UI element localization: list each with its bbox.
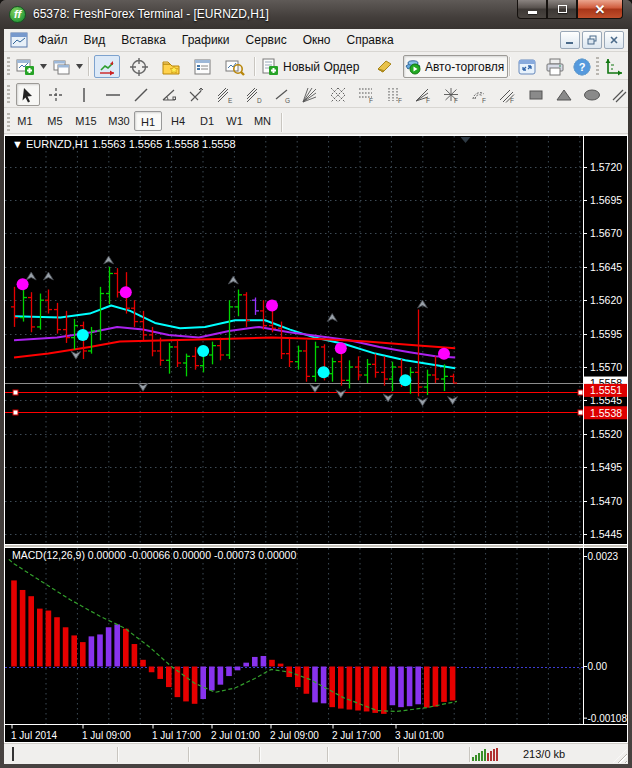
ellipse-tool[interactable] [580,83,604,106]
timeframe-h1[interactable]: H1 [134,111,162,131]
trendline-tool[interactable] [129,83,153,106]
menu-1[interactable]: Файл [30,29,76,52]
svg-text:1 Jul 2014: 1 Jul 2014 [11,730,58,741]
svg-text:MACD(12,26,9) 0.00000 -0.00066: MACD(12,26,9) 0.00000 -0.00066 0.00000 -… [12,549,296,561]
autotrade-button-label: Авто-торговля [422,60,507,74]
fibo-fan-tool[interactable]: F [411,83,435,106]
cursor-tool[interactable] [16,83,40,106]
toolbar-grip[interactable] [596,57,599,75]
fibo-grid-tool[interactable] [326,83,350,106]
menu-3[interactable]: Вставка [113,29,174,52]
app-icon: ff [9,6,26,23]
timeframe-m1[interactable]: M1 [12,111,38,131]
svg-text:3 Jul 01:00: 3 Jul 01:00 [395,730,444,741]
triangle-tool[interactable] [552,83,576,106]
fibo-arcs-tool[interactable]: F [467,83,491,106]
status-separator [259,747,261,762]
fibo-lines-v-tool[interactable]: F [383,83,407,106]
status-separator [188,747,190,762]
svg-text:D: D [257,97,262,104]
title-bar[interactable]: ff 65378: FreshForex Terminal - [EURNZD,… [0,0,632,29]
minimize-button[interactable] [517,0,547,19]
new-order-button[interactable]: Новый Ордер [260,55,362,78]
profiles-button-dropdown[interactable] [74,55,84,78]
timeframe-toolbar: M1M5M15M30H1H4D1W1MN [4,109,628,134]
gann-fan-tool[interactable] [298,83,322,106]
timeframe-m15[interactable]: M15 [70,111,102,131]
fibo-lines-h-tool[interactable]: F [354,83,378,106]
svg-text:F: F [454,97,458,104]
menu-bar: ФайлВидВставкаГрафикиСервисОкноСправка [4,29,628,52]
toolbar-grip[interactable] [7,113,10,131]
resize-grip[interactable] [613,749,627,763]
timeframe-w1[interactable]: W1 [221,111,248,131]
fibo-channel-tool[interactable]: F [495,83,519,106]
toolbar-separator [281,113,283,132]
svg-text:F: F [510,97,514,104]
rectangle-tool[interactable] [524,83,548,106]
fibo-e-tool[interactable]: E [213,83,237,106]
crosshair-tool[interactable] [44,83,68,106]
svg-text:1.5445: 1.5445 [590,528,622,540]
svg-text:?: ? [579,61,586,73]
timeframe-d1[interactable]: D1 [194,111,220,131]
svg-text:G: G [285,97,290,104]
new-chart-button[interactable] [14,55,38,78]
close-button[interactable]: ✕ [577,0,623,19]
menu-4[interactable]: Графики [174,29,238,52]
chart-shift-toggle[interactable] [94,55,120,78]
mdi-restore-button[interactable] [582,31,602,49]
gann-grid-tool[interactable]: F [439,83,463,106]
new-chart-button-dropdown[interactable] [38,55,48,78]
templates-button[interactable] [158,55,184,78]
ticket-icon[interactable] [372,55,398,78]
svg-text:1.5620: 1.5620 [590,294,622,306]
timeframe-m30[interactable]: M30 [103,111,135,131]
mdi-close-button[interactable] [604,31,624,49]
print-button[interactable] [542,55,568,78]
toolbar-separator [88,57,90,76]
crosshair-mode-button[interactable] [126,55,152,78]
pitchfork-tool[interactable] [185,83,209,106]
timeframe-h4[interactable]: H4 [165,111,191,131]
svg-text:0.00: 0.00 [588,661,608,672]
maximize-button[interactable] [547,0,577,19]
fibo-d-tool[interactable]: D [242,83,266,106]
svg-text:0.0023: 0.0023 [588,551,619,562]
profiles-button[interactable] [50,55,74,78]
angle-line-tool[interactable] [157,83,181,106]
help-button[interactable]: ? [569,55,595,78]
svg-text:1.5570: 1.5570 [590,361,622,373]
svg-text:2 Jul 09:00: 2 Jul 09:00 [270,730,319,741]
drawing-toolbar: EDGFFFFFF [4,81,628,108]
svg-text:1.5720: 1.5720 [590,161,622,173]
menu-6[interactable]: Окно [295,29,339,52]
timeframe-mn[interactable]: MN [249,111,276,131]
axis-properties-button[interactable] [601,55,627,78]
status-separator [398,747,400,762]
svg-text:-0.00108: -0.00108 [588,713,628,724]
vertical-line-tool[interactable] [72,83,96,106]
toolbar-grip[interactable] [7,85,10,103]
mdi-minimize-button[interactable] [560,31,580,49]
svg-text:1.5520: 1.5520 [590,428,622,440]
data-window-button[interactable] [190,55,216,78]
gann-line-tool[interactable]: G [270,83,294,106]
menu-2[interactable]: Вид [76,29,114,52]
chart-window-icon [10,32,28,48]
chart-area[interactable]: 1.57201.56951.56701.56451.56201.55951.55… [4,135,628,743]
standard-toolbar: Новый ОрдерАвто-торговля? [4,53,628,80]
autotrade-button[interactable]: Авто-торговля [403,55,508,78]
horizontal-line-tool[interactable] [101,83,125,106]
svg-text:2 Jul 01:00: 2 Jul 01:00 [211,730,260,741]
parallel-channel-tool[interactable] [608,83,632,106]
traffic-counter: 213/0 kb [523,748,565,760]
svg-text:2 Jul 17:00: 2 Jul 17:00 [332,730,381,741]
zoom-chart-button[interactable] [222,55,248,78]
menu-7[interactable]: Справка [339,29,402,52]
svg-text:1.5695: 1.5695 [590,194,622,206]
fullscreen-button[interactable] [514,55,540,78]
menu-5[interactable]: Сервис [238,29,295,52]
timeframe-m5[interactable]: M5 [42,111,68,131]
toolbar-grip[interactable] [7,57,10,75]
